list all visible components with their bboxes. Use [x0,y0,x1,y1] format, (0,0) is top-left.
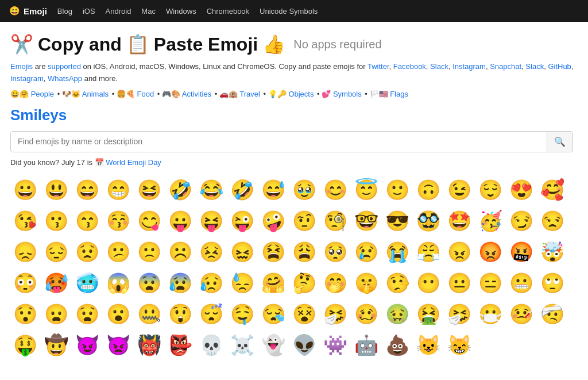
emoji-cell[interactable]: 😄 [72,175,102,205]
nav-android[interactable]: Android [106,7,131,16]
emoji-cell[interactable]: 🥵 [41,268,71,298]
desc-instagram1[interactable]: Instagram [452,62,486,71]
nav-chromebook[interactable]: Chromebook [207,7,249,16]
emoji-cell[interactable]: 🤬 [506,237,536,267]
desc-emojis-link[interactable]: Emojis [10,62,33,71]
emoji-cell[interactable]: 😺 [413,330,443,360]
emoji-cell[interactable]: 🤩 [444,206,474,236]
emoji-cell[interactable]: 😑 [475,268,505,298]
emoji-cell[interactable]: 🤯 [537,237,567,267]
emoji-cell[interactable]: 😀 [10,175,40,205]
emoji-cell[interactable]: 😗 [41,206,71,236]
desc-instagram2[interactable]: Instagram [10,74,44,83]
cat-activities[interactable]: Activities [182,90,211,98]
emoji-cell[interactable]: 🤑 [10,330,40,360]
emoji-cell[interactable]: 🤣 [165,175,195,205]
emoji-cell[interactable]: 😉 [444,175,474,205]
emoji-cell[interactable]: 🙄 [537,268,567,298]
emoji-cell[interactable]: 😰 [165,268,195,298]
emoji-cell[interactable]: 😆 [134,175,164,205]
emoji-cell[interactable]: 💀 [196,330,226,360]
emoji-cell[interactable]: 👽 [289,330,319,360]
emoji-cell[interactable]: 🥶 [72,268,102,298]
emoji-cell[interactable]: 😒 [537,206,567,236]
emoji-cell[interactable]: 😂 [196,175,226,205]
nav-windows[interactable]: Windows [166,7,196,16]
desc-github[interactable]: GitHub [548,62,571,71]
emoji-cell[interactable]: 😔 [41,237,71,267]
emoji-cell[interactable]: 🤒 [506,299,536,329]
emoji-cell[interactable]: 😊 [320,175,350,205]
nav-unicode[interactable]: Unicode Symbols [260,7,318,16]
emoji-cell[interactable]: 👹 [134,330,164,360]
cat-symbols[interactable]: Symbols [333,90,362,98]
emoji-cell[interactable]: 👻 [258,330,288,360]
emoji-cell[interactable]: 😩 [289,237,319,267]
emoji-cell[interactable]: 😱 [103,268,133,298]
emoji-cell[interactable]: 😢 [351,237,381,267]
emoji-cell[interactable]: 🤣 [227,175,257,205]
emoji-cell[interactable]: 🤕 [537,299,567,329]
emoji-cell[interactable]: 🤗 [258,268,288,298]
emoji-cell[interactable]: 😐 [444,268,474,298]
emoji-cell[interactable]: 🤧 [444,299,474,329]
emoji-cell[interactable]: 🥰 [537,175,567,205]
emoji-cell[interactable]: 😋 [134,206,164,236]
emoji-cell[interactable]: 😲 [165,299,195,329]
emoji-cell[interactable]: 👺 [165,330,195,360]
emoji-cell[interactable]: 😙 [72,206,102,236]
world-emoji-day-link[interactable]: World Emoji Day [106,158,161,167]
emoji-cell[interactable]: 🤭 [320,268,350,298]
emoji-cell[interactable]: 😍 [506,175,536,205]
emoji-cell[interactable]: 😕 [103,237,133,267]
desc-snapchat[interactable]: Snapchat [490,62,521,71]
emoji-cell[interactable]: 🙁 [134,237,164,267]
emoji-cell[interactable]: 😇 [351,175,381,205]
emoji-cell[interactable]: 😈 [72,330,102,360]
cat-animals[interactable]: Animals [82,90,109,98]
desc-facebook[interactable]: Facebook [393,62,426,71]
emoji-cell[interactable]: 😭 [382,237,412,267]
emoji-cell[interactable]: 😖 [227,237,257,267]
emoji-cell[interactable]: 🤓 [351,206,381,236]
emoji-cell[interactable]: 😛 [165,206,195,236]
cat-people[interactable]: People [31,90,54,98]
desc-supported-link[interactable]: supported [48,62,81,71]
nav-blog[interactable]: Blog [57,7,72,16]
emoji-cell[interactable]: 😠 [444,237,474,267]
emoji-cell[interactable]: 😃 [41,175,71,205]
emoji-cell[interactable]: 😁 [103,175,133,205]
emoji-cell[interactable]: 😳 [10,268,40,298]
emoji-cell[interactable]: 😡 [475,237,505,267]
emoji-cell[interactable]: 👾 [320,330,350,360]
search-button[interactable]: 🔍 [547,132,572,152]
desc-twitter[interactable]: Twitter [368,62,389,71]
emoji-cell[interactable]: 😝 [196,206,226,236]
emoji-cell[interactable]: 🤔 [289,268,319,298]
emoji-cell[interactable]: 😜 [227,206,257,236]
emoji-cell[interactable]: 💩 [382,330,412,360]
emoji-cell[interactable]: 🥸 [413,206,443,236]
emoji-cell[interactable]: 😦 [41,299,71,329]
cat-objects[interactable]: Objects [288,90,314,98]
emoji-cell[interactable]: ☠️ [227,330,257,360]
emoji-cell[interactable]: 🤢 [382,299,412,329]
emoji-cell[interactable]: 😶 [413,268,443,298]
emoji-cell[interactable]: 🥴 [351,299,381,329]
emoji-cell[interactable]: 😞 [10,237,40,267]
emoji-cell[interactable]: 😧 [72,299,102,329]
desc-slack2[interactable]: Slack [525,62,544,71]
emoji-cell[interactable]: 😷 [475,299,505,329]
emoji-cell[interactable]: 😫 [258,237,288,267]
emoji-cell[interactable]: ☹️ [165,237,195,267]
emoji-cell[interactable]: 🤥 [382,268,412,298]
emoji-cell[interactable]: 😏 [506,206,536,236]
emoji-cell[interactable]: 😘 [10,206,40,236]
site-logo[interactable]: 😀 Emoji [9,6,47,16]
emoji-cell[interactable]: 🧐 [320,206,350,236]
desc-slack1[interactable]: Slack [430,62,448,71]
cat-travel[interactable]: Travel [239,90,260,98]
emoji-cell[interactable]: 😌 [475,175,505,205]
emoji-cell[interactable]: 🥳 [475,206,505,236]
emoji-cell[interactable]: 😬 [506,268,536,298]
